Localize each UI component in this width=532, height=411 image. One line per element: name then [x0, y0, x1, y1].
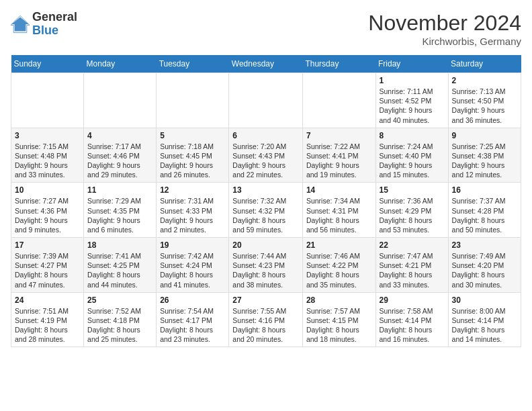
day-info: Sunrise: 7:44 AM Sunset: 4:23 PM Dayligh…: [232, 251, 299, 289]
calendar-cell: [157, 73, 229, 128]
header-thursday: Thursday: [302, 55, 375, 73]
day-info: Sunrise: 7:55 AM Sunset: 4:16 PM Dayligh…: [232, 306, 299, 345]
calendar-cell: [302, 73, 375, 128]
day-info: Sunrise: 7:36 AM Sunset: 4:29 PM Dayligh…: [380, 196, 445, 234]
day-number: 21: [306, 240, 372, 250]
day-number: 8: [380, 131, 445, 140]
calendar-cell: 5Sunrise: 7:18 AM Sunset: 4:45 PM Daylig…: [157, 128, 229, 183]
calendar-cell: 3Sunrise: 7:15 AM Sunset: 4:48 PM Daylig…: [11, 128, 84, 183]
calendar-cell: 11Sunrise: 7:29 AM Sunset: 4:35 PM Dayli…: [84, 183, 157, 238]
day-info: Sunrise: 7:11 AM Sunset: 4:52 PM Dayligh…: [380, 87, 445, 125]
calendar-cell: [11, 73, 84, 128]
day-info: Sunrise: 7:22 AM Sunset: 4:41 PM Dayligh…: [306, 142, 372, 180]
day-info: Sunrise: 7:57 AM Sunset: 4:15 PM Dayligh…: [306, 306, 372, 345]
day-number: 17: [15, 240, 80, 250]
day-number: 12: [160, 185, 225, 195]
day-number: 9: [452, 131, 517, 140]
day-number: 26: [160, 295, 225, 305]
calendar-cell: 22Sunrise: 7:47 AM Sunset: 4:21 PM Dayli…: [375, 238, 448, 293]
day-number: 5: [160, 131, 225, 140]
day-number: 13: [232, 185, 299, 195]
calendar-cell: 30Sunrise: 8:00 AM Sunset: 4:14 PM Dayli…: [448, 292, 521, 347]
day-number: 14: [306, 185, 372, 195]
day-info: Sunrise: 7:58 AM Sunset: 4:14 PM Dayligh…: [380, 306, 445, 345]
calendar-week-5: 24Sunrise: 7:51 AM Sunset: 4:19 PM Dayli…: [11, 292, 521, 347]
day-number: 23: [452, 240, 517, 250]
calendar-cell: 25Sunrise: 7:52 AM Sunset: 4:18 PM Dayli…: [84, 292, 157, 347]
day-number: 11: [87, 185, 152, 195]
day-number: 16: [452, 185, 517, 195]
day-number: 27: [232, 295, 299, 305]
calendar-cell: 27Sunrise: 7:55 AM Sunset: 4:16 PM Dayli…: [229, 292, 303, 347]
day-info: Sunrise: 7:42 AM Sunset: 4:24 PM Dayligh…: [160, 251, 225, 289]
month-title: November 2024: [368, 11, 521, 36]
day-number: 19: [160, 240, 225, 250]
calendar-week-4: 17Sunrise: 7:39 AM Sunset: 4:27 PM Dayli…: [11, 238, 521, 293]
logo-line1: General: [32, 11, 77, 24]
header-row: Sunday Monday Tuesday Wednesday Thursday…: [11, 55, 521, 73]
day-number: 24: [15, 295, 80, 305]
location: Kirchworbis, Germany: [368, 36, 521, 47]
day-info: Sunrise: 7:54 AM Sunset: 4:17 PM Dayligh…: [160, 306, 225, 345]
calendar-header: Sunday Monday Tuesday Wednesday Thursday…: [11, 55, 521, 73]
calendar-cell: 1Sunrise: 7:11 AM Sunset: 4:52 PM Daylig…: [375, 73, 448, 128]
day-info: Sunrise: 7:20 AM Sunset: 4:43 PM Dayligh…: [232, 142, 299, 180]
day-number: 4: [87, 131, 152, 140]
title-section: November 2024 Kirchworbis, Germany: [368, 11, 521, 47]
day-number: 10: [15, 185, 80, 195]
calendar-week-2: 3Sunrise: 7:15 AM Sunset: 4:48 PM Daylig…: [11, 128, 521, 183]
calendar-cell: 4Sunrise: 7:17 AM Sunset: 4:46 PM Daylig…: [84, 128, 157, 183]
day-number: 3: [15, 131, 80, 140]
day-info: Sunrise: 7:17 AM Sunset: 4:46 PM Dayligh…: [87, 142, 152, 180]
calendar-cell: [229, 73, 303, 128]
calendar-cell: 16Sunrise: 7:37 AM Sunset: 4:28 PM Dayli…: [448, 183, 521, 238]
day-number: 20: [232, 240, 299, 250]
calendar-cell: 19Sunrise: 7:42 AM Sunset: 4:24 PM Dayli…: [157, 238, 229, 293]
day-info: Sunrise: 7:47 AM Sunset: 4:21 PM Dayligh…: [380, 251, 445, 289]
calendar-cell: 8Sunrise: 7:24 AM Sunset: 4:40 PM Daylig…: [375, 128, 448, 183]
logo-text: General Blue: [32, 11, 77, 38]
calendar-cell: 15Sunrise: 7:36 AM Sunset: 4:29 PM Dayli…: [375, 183, 448, 238]
day-info: Sunrise: 7:34 AM Sunset: 4:31 PM Dayligh…: [306, 196, 372, 234]
day-number: 29: [380, 295, 445, 305]
calendar-cell: 17Sunrise: 7:39 AM Sunset: 4:27 PM Dayli…: [11, 238, 84, 293]
calendar-cell: 24Sunrise: 7:51 AM Sunset: 4:19 PM Dayli…: [11, 292, 84, 347]
day-number: 18: [87, 240, 152, 250]
day-info: Sunrise: 7:52 AM Sunset: 4:18 PM Dayligh…: [87, 306, 152, 345]
day-info: Sunrise: 7:41 AM Sunset: 4:25 PM Dayligh…: [87, 251, 152, 289]
calendar-week-1: 1Sunrise: 7:11 AM Sunset: 4:52 PM Daylig…: [11, 73, 521, 128]
day-info: Sunrise: 7:51 AM Sunset: 4:19 PM Dayligh…: [15, 306, 80, 345]
day-number: 25: [87, 295, 152, 305]
header-saturday: Saturday: [448, 55, 521, 73]
calendar-cell: 29Sunrise: 7:58 AM Sunset: 4:14 PM Dayli…: [375, 292, 448, 347]
calendar-cell: [84, 73, 157, 128]
header-tuesday: Tuesday: [157, 55, 229, 73]
calendar-body: 1Sunrise: 7:11 AM Sunset: 4:52 PM Daylig…: [11, 73, 521, 347]
day-number: 28: [306, 295, 372, 305]
day-number: 1: [380, 76, 445, 85]
day-info: Sunrise: 7:25 AM Sunset: 4:38 PM Dayligh…: [452, 142, 517, 180]
calendar-cell: 13Sunrise: 7:32 AM Sunset: 4:32 PM Dayli…: [229, 183, 303, 238]
day-number: 15: [380, 185, 445, 195]
logo-icon: [11, 15, 30, 34]
day-info: Sunrise: 7:27 AM Sunset: 4:36 PM Dayligh…: [15, 196, 80, 234]
day-info: Sunrise: 7:32 AM Sunset: 4:32 PM Dayligh…: [232, 196, 299, 234]
day-number: 6: [232, 131, 299, 140]
logo: General Blue: [11, 11, 77, 38]
calendar-cell: 20Sunrise: 7:44 AM Sunset: 4:23 PM Dayli…: [229, 238, 303, 293]
day-number: 2: [452, 76, 517, 85]
calendar-cell: 9Sunrise: 7:25 AM Sunset: 4:38 PM Daylig…: [448, 128, 521, 183]
calendar-cell: 26Sunrise: 7:54 AM Sunset: 4:17 PM Dayli…: [157, 292, 229, 347]
header-wednesday: Wednesday: [229, 55, 303, 73]
header-monday: Monday: [84, 55, 157, 73]
day-info: Sunrise: 7:15 AM Sunset: 4:48 PM Dayligh…: [15, 142, 80, 180]
calendar-cell: 2Sunrise: 7:13 AM Sunset: 4:50 PM Daylig…: [448, 73, 521, 128]
day-info: Sunrise: 7:13 AM Sunset: 4:50 PM Dayligh…: [452, 87, 517, 125]
day-info: Sunrise: 7:24 AM Sunset: 4:40 PM Dayligh…: [380, 142, 445, 180]
day-info: Sunrise: 7:49 AM Sunset: 4:20 PM Dayligh…: [452, 251, 517, 289]
calendar-cell: 21Sunrise: 7:46 AM Sunset: 4:22 PM Dayli…: [302, 238, 375, 293]
day-number: 7: [306, 131, 372, 140]
header-friday: Friday: [375, 55, 448, 73]
calendar-cell: 12Sunrise: 7:31 AM Sunset: 4:33 PM Dayli…: [157, 183, 229, 238]
day-info: Sunrise: 7:37 AM Sunset: 4:28 PM Dayligh…: [452, 196, 517, 234]
